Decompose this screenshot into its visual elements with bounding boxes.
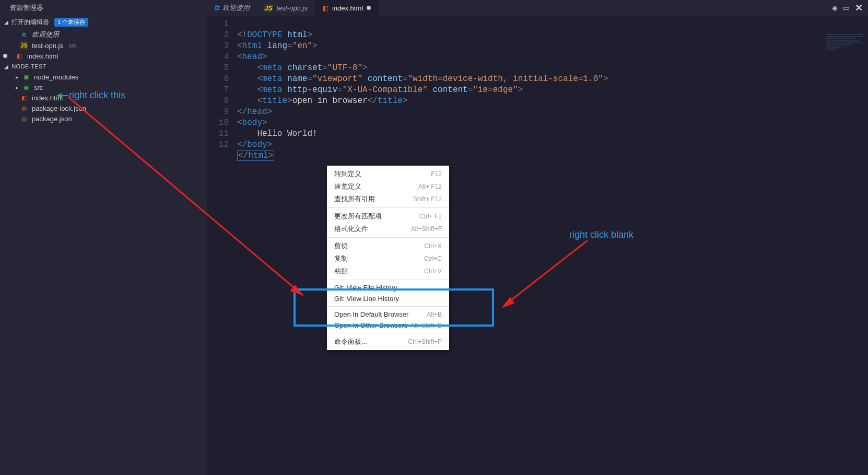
json-icon: ▤ (20, 114, 28, 123)
item-detail: src (69, 42, 77, 49)
section-label: 打开的编辑器 (11, 18, 49, 27)
close-icon[interactable]: ✕ (855, 2, 863, 14)
item-label: test-opn.js (32, 42, 63, 50)
tree-node-modules[interactable]: ▸ ▣ node_modules (0, 72, 207, 82)
annotation-right: right click blank (569, 229, 634, 240)
restore-icon[interactable]: ▭ (843, 4, 850, 12)
menu-separator (327, 237, 449, 238)
annotation-left: right click this (69, 90, 125, 101)
unsaved-badge: 1 个未保存 (54, 18, 88, 27)
explorer-title: 资源管理器 (0, 0, 207, 16)
code-content[interactable]: <!DOCTYPE html> <html lang="en"> <head> … (237, 19, 868, 161)
item-label: index.html (32, 94, 63, 102)
ctx-peek-definition[interactable]: 速览定义Alt+ F12 (327, 180, 449, 193)
chevron-down-icon: ◢ (4, 19, 8, 25)
chevron-right-icon: ▸ (16, 74, 18, 80)
line-gutter: 123 456 789 101112 (207, 19, 236, 150)
menu-separator (327, 333, 449, 333)
tab-test-opn[interactable]: JS test-opn.js (257, 0, 315, 16)
tab-label: 欢迎使用 (222, 3, 250, 13)
tree-package-json[interactable]: ▤ package.json (0, 113, 207, 124)
chevron-down-icon: ◢ (4, 64, 8, 69)
menu-separator (327, 207, 449, 208)
js-icon: JS (20, 41, 28, 50)
menu-separator (327, 280, 449, 280)
item-label: node_modules (34, 73, 78, 81)
vscode-icon: ⧉ (20, 30, 28, 39)
folder-icon: ▣ (22, 73, 30, 81)
item-label: package.json (32, 115, 72, 123)
code-editor[interactable]: 123 456 789 101112 <!DOCTYPE html> <html… (207, 16, 868, 475)
context-menu: 转到定义F12 速览定义Alt+ F12 查找所有引用Shift+ F12 更改… (327, 166, 449, 350)
item-label: index.html (27, 52, 58, 60)
menu-separator (327, 306, 449, 307)
open-editor-index-html[interactable]: ◧ index.html (0, 51, 207, 61)
ctx-format-document[interactable]: 格式化文件Alt+Shift+F (327, 223, 449, 235)
project-header[interactable]: ◢ NODE-TEST (0, 61, 207, 72)
item-label: 欢迎使用 (32, 30, 59, 39)
chevron-right-icon: ▸ (16, 85, 18, 90)
minimap[interactable] (826, 34, 863, 50)
tab-welcome[interactable]: ⧉ 欢迎使用 (207, 0, 257, 16)
tree-package-lock[interactable]: ▤ package-lock.json (0, 103, 207, 113)
window-controls: ◈ ▭ ✕ (832, 0, 868, 16)
html-icon: ◧ (322, 4, 329, 12)
folder-icon: ▣ (22, 83, 30, 91)
html-icon: ◧ (20, 94, 28, 102)
tab-index-html[interactable]: ◧ index.html (315, 0, 378, 16)
tab-label: index.html (332, 4, 363, 12)
ctx-copy[interactable]: 复制Ctrl+C (327, 252, 449, 265)
js-icon: JS (264, 4, 273, 12)
title-bar: 资源管理器 ⧉ 欢迎使用 JS test-opn.js ◧ index.html… (0, 0, 868, 16)
project-name: NODE-TEST (11, 63, 46, 69)
ctx-git-line-history[interactable]: Git: View Line History (327, 293, 449, 304)
dirty-indicator-icon (3, 54, 7, 58)
ctx-open-default-browser[interactable]: Open In Default BrowserAlt+B (327, 309, 449, 320)
dirty-indicator-icon (367, 6, 371, 10)
ctx-git-file-history[interactable]: Git: View File History (327, 282, 449, 293)
vscode-icon: ⧉ (214, 4, 219, 12)
open-editor-welcome[interactable]: ⧉ 欢迎使用 (0, 29, 207, 40)
ctx-find-references[interactable]: 查找所有引用Shift+ F12 (327, 193, 449, 205)
open-editors-header[interactable]: ◢ 打开的编辑器 1 个未保存 (0, 16, 207, 29)
ctx-goto-definition[interactable]: 转到定义F12 (327, 168, 449, 180)
item-label: src (34, 84, 43, 91)
editor-tabs: ⧉ 欢迎使用 JS test-opn.js ◧ index.html (207, 0, 378, 16)
ctx-open-other-browsers[interactable]: Open In Other BrowsersAlt+Shift+B (327, 320, 449, 331)
tab-label: test-opn.js (276, 4, 308, 12)
explorer-sidebar: ◢ 打开的编辑器 1 个未保存 ⧉ 欢迎使用 JS test-opn.js sr… (0, 16, 207, 475)
ctx-command-palette[interactable]: 命令面板...Ctrl+Shift+P (327, 335, 449, 348)
item-label: package-lock.json (32, 105, 86, 112)
ctx-cut[interactable]: 剪切Ctrl+X (327, 240, 449, 252)
ctx-paste[interactable]: 粘贴Ctrl+V (327, 265, 449, 277)
open-editor-test-opn[interactable]: JS test-opn.js src (0, 40, 207, 51)
json-icon: ▤ (20, 104, 28, 112)
ctx-change-all[interactable]: 更改所有匹配项Ctrl+ F2 (327, 210, 449, 223)
compare-icon[interactable]: ◈ (832, 4, 838, 12)
html-icon: ◧ (15, 52, 24, 60)
